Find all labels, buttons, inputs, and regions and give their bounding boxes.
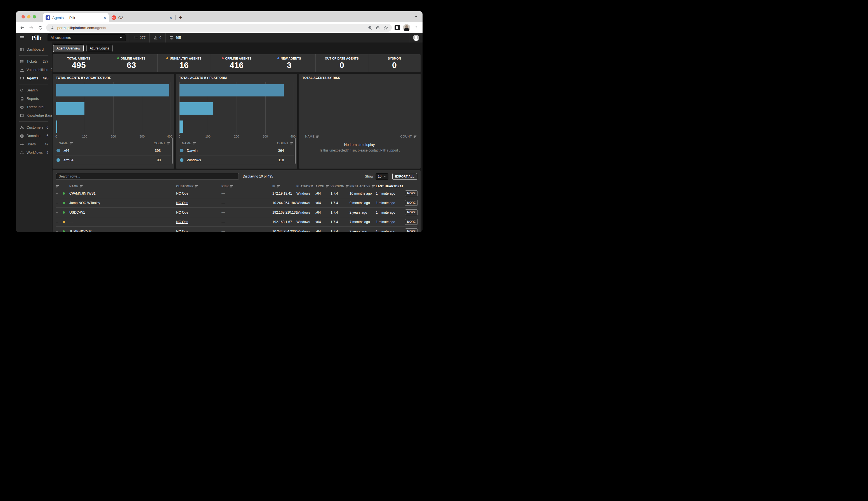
sidebar-item-users[interactable]: Users47 [16, 140, 52, 148]
page-size-select[interactable]: 10 [375, 173, 389, 180]
legend-count-header[interactable]: COUNT [277, 141, 289, 145]
legend-scrollbar[interactable] [295, 138, 296, 163]
empty-state: No items to display. Is this unexpected?… [302, 142, 417, 152]
hamburger-menu-icon[interactable] [20, 36, 24, 40]
close-window-button[interactable] [22, 15, 25, 19]
customer-selector-dropdown[interactable]: All customers [47, 34, 126, 41]
customer-link[interactable]: NC Ops [176, 230, 221, 232]
customer-link[interactable]: NC Ops [176, 220, 221, 224]
target-icon [20, 105, 24, 109]
row-expand-dash-icon[interactable]: – [56, 230, 61, 232]
legend-name-header[interactable]: NAME [182, 141, 192, 145]
row-expand-dash-icon[interactable]: – [56, 192, 61, 195]
customer-link[interactable]: NC Ops [176, 192, 221, 195]
table-row[interactable]: –---NC Ops—192.168.1.67Windowsx641.7.47 … [56, 217, 417, 227]
tab-agents-pillr[interactable]: Agents — Pillr × [43, 13, 109, 22]
pillr-support-link[interactable]: Pillr support [380, 148, 398, 152]
export-all-button[interactable]: EXPORT ALL [392, 173, 417, 180]
table-row[interactable]: –USDC-W1NC Ops—192.168.210.132Windowsx64… [56, 208, 417, 217]
zoom-window-button[interactable] [33, 15, 36, 19]
tab-search-chevron-icon[interactable] [414, 14, 418, 19]
sidebar-toggle-icon[interactable] [394, 25, 400, 30]
column-header-platform[interactable]: PLATFORM [296, 184, 315, 188]
legend-name-header[interactable]: NAME [305, 135, 315, 138]
customer-link[interactable]: NC Ops [176, 201, 221, 205]
table-filter-icon[interactable] [56, 185, 61, 188]
new-tab-button[interactable]: + [177, 14, 184, 21]
more-button[interactable]: MORE [405, 219, 418, 225]
column-header-ip[interactable]: IP [272, 184, 296, 188]
legend-row-darwin[interactable]: Darwin364 [179, 146, 294, 156]
minimize-window-button[interactable] [27, 15, 31, 19]
legend-scrollbar[interactable] [172, 138, 173, 163]
more-button[interactable]: MORE [405, 210, 418, 215]
sort-icon[interactable] [193, 142, 196, 145]
sidebar-item-workflows[interactable]: Workflows5 [16, 148, 52, 157]
sidebar-item-customers[interactable]: Customers6 [16, 123, 52, 132]
column-header-arch[interactable]: ARCH [315, 184, 330, 188]
more-button[interactable]: MORE [405, 200, 418, 206]
sort-icon[interactable] [70, 142, 73, 145]
legend-count-header[interactable]: COUNT [400, 135, 412, 138]
agents-counter[interactable]: 495 [169, 36, 181, 40]
customer-link[interactable]: NC Ops [176, 211, 221, 214]
search-input[interactable] [56, 173, 239, 180]
tab-g2[interactable]: G2 G2 × [109, 13, 175, 22]
column-header-customer[interactable]: CUSTOMER [176, 184, 221, 188]
browser-profile-avatar[interactable] [403, 24, 410, 31]
table-row[interactable]: –JUMP-SOC-J2NC Ops—10.244.254.230Windows… [56, 227, 417, 232]
agent-version: 1.7.4 [330, 211, 349, 214]
sidebar-item-knowledge-base[interactable]: Knowledge Base [16, 111, 52, 120]
user-avatar-cell[interactable] [409, 33, 423, 43]
browser-menu-icon[interactable] [413, 25, 419, 31]
view-tabs: Agent Overview Azure Logins [53, 45, 421, 52]
forward-icon[interactable] [28, 25, 34, 31]
sort-icon[interactable] [290, 142, 293, 145]
close-tab-icon[interactable]: × [169, 16, 172, 20]
sidebar-item-search[interactable]: Search [16, 86, 52, 95]
sidebar-item-threat-intel[interactable]: Threat Intel [16, 103, 52, 111]
back-icon[interactable] [19, 25, 25, 31]
tab-agent-overview[interactable]: Agent Overview [53, 45, 84, 52]
column-header-first_active[interactable]: FIRST ACTIVE [350, 184, 375, 188]
tickets-counter[interactable]: 277 [134, 36, 145, 40]
legend-row-x64[interactable]: x64393 [56, 146, 171, 156]
column-header-version[interactable]: VERSION [330, 184, 349, 188]
close-tab-icon[interactable]: × [104, 16, 106, 20]
tab-azure-logins[interactable]: Azure Logins [86, 45, 113, 52]
sidebar-item-vulnerabilities[interactable]: Vulnerabilities0 [16, 66, 52, 74]
legend-name-header[interactable]: NAME [59, 141, 68, 145]
table-row[interactable]: –Jump-NOC-WTooleyNC Ops—10.244.254.184Wi… [56, 198, 417, 208]
list-icon [20, 60, 24, 64]
legend-count-header[interactable]: COUNT [154, 141, 166, 145]
sidebar-item-agents[interactable]: Agents495 [16, 74, 52, 83]
pillr-favicon-icon [45, 15, 50, 20]
sidebar-item-domains[interactable]: Domains6 [16, 132, 52, 140]
column-header-risk[interactable]: RISK [222, 184, 272, 188]
agent-platform: Windows [296, 220, 315, 224]
refresh-icon[interactable] [37, 25, 43, 31]
legend-row-windows[interactable]: Windows118 [179, 156, 294, 165]
sidebar-item-dashboard[interactable]: Dashboard [16, 45, 52, 54]
column-header-last_heartbeat[interactable]: LAST HEARTBEAT [376, 184, 404, 188]
vulnerabilities-counter[interactable]: 0 [154, 36, 161, 40]
more-button[interactable]: MORE [405, 190, 418, 196]
more-button[interactable]: MORE [405, 228, 418, 232]
row-expand-dash-icon[interactable]: – [56, 220, 61, 224]
share-icon[interactable] [375, 25, 381, 31]
bookmark-star-icon[interactable] [383, 25, 389, 31]
column-header-name[interactable]: NAME [70, 184, 176, 188]
table-row[interactable]: –CPAMNJINTWS1NC Ops—172.19.19.41Windowsx… [56, 189, 417, 198]
legend-row-arm64[interactable]: arm6498 [56, 156, 171, 165]
agent-status-dot-icon [63, 231, 65, 232]
sidebar-item-tickets[interactable]: Tickets277 [16, 57, 52, 66]
sort-icon[interactable] [316, 135, 319, 138]
row-expand-dash-icon[interactable]: – [56, 201, 61, 205]
row-expand-dash-icon[interactable]: – [56, 211, 61, 214]
sidebar-item-label: Search [27, 88, 49, 92]
sort-icon[interactable] [414, 135, 417, 138]
sort-icon[interactable] [167, 142, 170, 145]
address-bar[interactable]: portal.pillrplatform.com/agents [46, 24, 392, 32]
zoom-out-icon[interactable] [367, 25, 373, 31]
sidebar-item-reports[interactable]: Reports [16, 95, 52, 103]
